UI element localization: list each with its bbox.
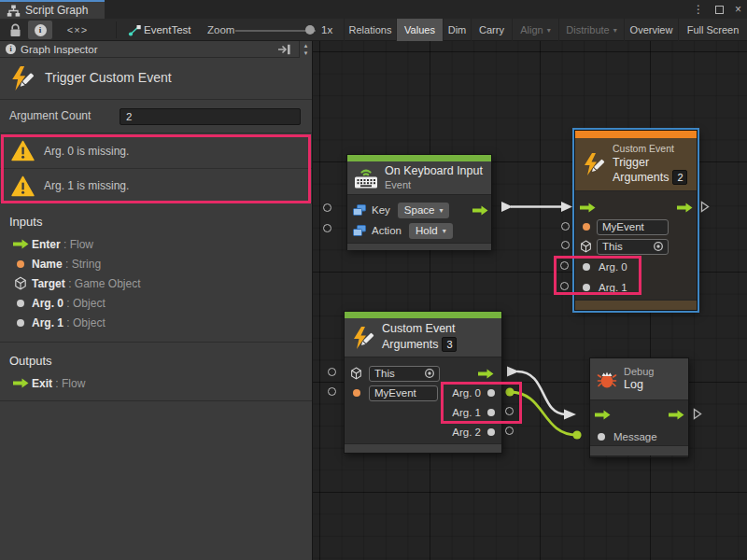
target-picker-icon[interactable]	[653, 241, 664, 252]
event-name-row: MyEvent	[575, 217, 697, 236]
port-circle[interactable]	[323, 224, 331, 232]
node-arguments-line: Arguments3	[382, 337, 457, 353]
node-header: Debug Log	[590, 358, 688, 399]
flow-out-triangle[interactable]	[700, 201, 710, 213]
node-category: Debug	[624, 365, 654, 378]
object-port-icon[interactable]	[583, 284, 590, 291]
node-title: Log	[624, 378, 654, 393]
node-title: Custom Event	[382, 322, 457, 337]
arg1-label: Arg. 1	[452, 407, 481, 418]
port-circle[interactable]	[328, 368, 336, 376]
flow-row	[590, 405, 688, 424]
key-label: Key	[372, 204, 390, 216]
arguments-count-field[interactable]: 3	[442, 337, 457, 352]
port-circle[interactable]	[505, 407, 514, 415]
event-name-field[interactable]: MyEvent	[597, 219, 669, 235]
keyboard-icon	[354, 168, 378, 189]
port-circle[interactable]	[505, 427, 514, 435]
on-keyboard-input-node[interactable]: On Keyboard Input Event Key Space▾ Actio…	[346, 154, 492, 250]
port-circle[interactable]	[560, 261, 569, 270]
event-name-row: MyEvent Arg. 0	[345, 384, 501, 402]
node-footer	[590, 445, 688, 455]
string-port-icon[interactable]	[583, 223, 590, 231]
node-title: Trigger	[613, 156, 687, 171]
node-color-bar	[347, 155, 491, 161]
port-circle[interactable]	[560, 282, 569, 290]
object-port-icon[interactable]	[487, 389, 495, 397]
node-header: Custom Event Trigger Arguments2	[575, 138, 697, 190]
flow-row	[575, 198, 697, 217]
action-label: Action	[372, 225, 402, 236]
chevron-down-icon: ▾	[443, 227, 446, 235]
key-row: Key Space▾	[347, 201, 491, 219]
arg1-row: Arg. 1	[575, 278, 697, 297]
node-footer	[575, 300, 697, 310]
target-field[interactable]: This	[369, 366, 440, 382]
event-name-field[interactable]: MyEvent	[369, 385, 438, 401]
unity-script-graph-window: Script Graph ⋮ × i <×> EventTest Zoom 1x…	[0, 0, 747, 560]
node-body: This MyEvent Arg. 0 Arg. 1 Arg. 2	[345, 357, 501, 443]
message-row: Message	[590, 427, 688, 446]
object-port-icon[interactable]	[487, 409, 495, 416]
flow-in-port[interactable]	[580, 203, 596, 213]
target-row: This	[345, 364, 501, 383]
flow-out-port[interactable]	[478, 369, 494, 379]
target-row: This	[575, 237, 697, 256]
wire-arg0-to-message[interactable]	[505, 387, 581, 439]
string-port-icon[interactable]	[353, 389, 360, 397]
node-footer	[345, 443, 501, 453]
action-row: Action Hold▾	[347, 221, 491, 240]
node-body: Key Space▾ Action Hold▾	[347, 194, 491, 243]
node-header: Custom Event Arguments3	[345, 318, 501, 357]
flow-out-port[interactable]	[472, 205, 488, 216]
debug-log-node[interactable]: Debug Log Message	[589, 357, 689, 458]
member-icon	[353, 204, 366, 217]
node-body: Message	[590, 399, 688, 445]
gameobject-cube-icon[interactable]	[350, 367, 362, 380]
arguments-count-field[interactable]: 2	[672, 170, 687, 185]
object-port-icon[interactable]	[487, 428, 495, 436]
target-picker-icon[interactable]	[424, 368, 435, 379]
node-subtitle: Event	[385, 178, 483, 191]
member-icon	[353, 225, 366, 237]
wire-keyboard-to-trigger[interactable]	[501, 202, 572, 212]
port-circle[interactable]	[561, 222, 570, 231]
node-color-bar	[345, 312, 501, 318]
trigger-custom-event-node[interactable]: Custom Event Trigger Arguments2 MyEvent …	[574, 130, 698, 311]
node-arguments-line: Arguments2	[613, 170, 687, 186]
arg0-label: Arg. 0	[452, 387, 481, 399]
graph-layer: On Keyboard Input Event Key Space▾ Actio…	[0, 0, 747, 560]
object-port-icon[interactable]	[598, 433, 605, 441]
arg2-label: Arg. 2	[452, 427, 481, 438]
key-dropdown[interactable]: Space▾	[398, 203, 450, 218]
chevron-down-icon: ▾	[439, 206, 443, 215]
object-port-icon[interactable]	[583, 263, 590, 271]
node-body: MyEvent This Arg. 0 Arg. 1	[575, 190, 697, 300]
custom-event-icon	[582, 152, 606, 176]
port-circle[interactable]	[328, 387, 336, 396]
arg2-row: Arg. 2	[345, 423, 501, 441]
port-circle[interactable]	[323, 203, 331, 212]
arg0-label: Arg. 0	[599, 261, 627, 273]
flow-in-port[interactable]	[595, 410, 611, 420]
arg1-row: Arg. 1	[345, 403, 501, 422]
arg1-label: Arg. 1	[599, 282, 627, 293]
bug-icon	[597, 369, 617, 389]
node-footer	[347, 243, 491, 250]
wire-receiver-to-debug[interactable]	[507, 367, 576, 420]
flow-out-port[interactable]	[677, 203, 693, 213]
message-label: Message	[613, 431, 657, 442]
gameobject-cube-icon[interactable]	[580, 240, 592, 253]
target-field[interactable]: This	[597, 239, 669, 255]
custom-event-node[interactable]: Custom Event Arguments3 This MyEvent Arg…	[344, 311, 502, 454]
action-dropdown[interactable]: Hold▾	[409, 223, 453, 239]
node-header: On Keyboard Input Event	[347, 161, 491, 194]
flow-out-triangle[interactable]	[693, 408, 702, 420]
node-subtitle: Custom Event	[613, 143, 687, 156]
flow-out-port[interactable]	[669, 410, 684, 420]
node-color-bar	[575, 131, 697, 138]
custom-event-icon	[351, 326, 375, 350]
arg0-row: Arg. 0	[575, 258, 697, 276]
port-circle[interactable]	[561, 241, 570, 249]
node-title: On Keyboard Input	[385, 164, 483, 179]
